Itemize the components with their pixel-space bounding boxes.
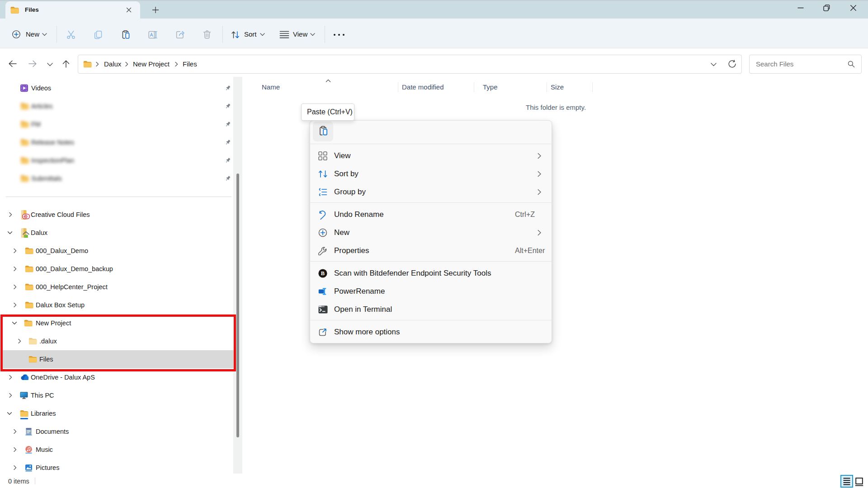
svg-text:B: B	[321, 270, 325, 277]
